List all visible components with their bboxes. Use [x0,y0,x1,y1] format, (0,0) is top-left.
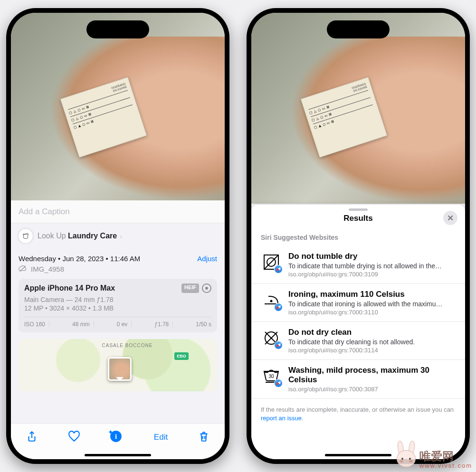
laundry-symbol-icon [261,328,282,349]
format-badge: HEIF [181,283,199,293]
laundry-care-icon [19,229,33,243]
caption-field[interactable]: Add a Caption [11,200,225,223]
result-desc: To indicate that tumble drying is not al… [288,262,456,270]
stat-shutter: 1/50 s [192,321,211,328]
target-icon [202,283,211,293]
result-title: Ironing, maximum 110 Celsius [288,290,456,299]
share-button[interactable] [26,430,38,444]
chevron-right-icon: › [120,232,122,240]
close-icon: ✕ [447,213,454,223]
phone-right: DISEÑADOEN ESPAÑ ▢△○▭⊠ ▢△○▭⊠ ▢▲○▭⊠ Resul… [247,8,470,464]
laundry-symbol-icon [261,252,282,273]
result-url: iso.org/obp/ui#iso:grs:7000:3087 [288,386,456,393]
map-area-label: CASALE BOCCONE [102,343,153,348]
close-button[interactable]: ✕ [443,211,457,225]
result-title: Washing, mild process, maximum 30 Celsiu… [288,366,456,385]
caption-placeholder: Add a Caption [19,207,70,217]
results-footer: If the results are incomplete, inaccurat… [251,399,465,438]
laundry-symbol-icon: 30 [261,366,282,387]
result-title: Do not tumble dry [288,252,456,261]
visual-look-up-row[interactable]: Look Up Laundry Care › [11,223,225,249]
safari-icon [274,341,283,349]
screen-right: DISEÑADOEN ESPAÑ ▢△○▭⊠ ▢△○▭⊠ ▢▲○▭⊠ Resul… [251,13,465,459]
map-marker: EBO [174,352,189,360]
result-title: Do not dry clean [288,328,456,337]
sheet-title: Results [343,214,372,223]
favorite-button[interactable] [68,430,80,444]
sparkle-icon: ✦ [108,428,114,436]
safari-icon [274,303,283,312]
svg-text:i: i [115,432,117,440]
trash-icon [198,430,210,443]
heart-icon [68,430,80,443]
svg-point-7 [271,301,272,302]
dynamic-island [86,20,149,38]
result-url: iso.org/obp/ui#iso:grs:7000:3114 [288,347,456,354]
stat-iso: ISO 160 [24,321,49,328]
icloud-off-icon [19,264,27,273]
delete-button[interactable] [198,430,210,444]
result-url: iso.org/obp/ui#iso:grs:7000:3110 [288,309,456,316]
toolbar: ✦ i Edit [11,423,225,459]
device-name: Apple iPhone 14 Pro Max [24,284,115,293]
map-preview[interactable]: CASALE BOCCONE EBO [19,339,217,391]
result-url: iso.org/obp/ui#iso:grs:7000:3109 [288,271,456,278]
edit-button[interactable]: Edit [154,433,168,442]
lens-line: Main Camera — 24 mm ƒ1.78 [24,296,211,303]
stat-aperture: ƒ1.78 [151,321,173,328]
photo-pin [108,357,132,381]
photo-preview[interactable]: DISEÑADOEN ESPAÑ ▢△○▭⊠ ▢△○▭⊠ ▢▲○▭⊠ [11,13,225,200]
home-indicator[interactable] [85,454,151,456]
results-sheet: Results ✕ Siri Suggested Websites Do not… [251,205,465,459]
size-line: 12 MP • 3024 × 4032 • 1.3 MB [24,304,211,312]
filename-label: IMG_4958 [31,265,64,273]
result-desc: To indicate that ironing is allowed with… [288,300,456,308]
screen-left: DISEÑADOEN ESPAÑ ▢△○▭⊠ ▢△○▭⊠ ▢▲○▭⊠ Add a… [11,13,225,459]
safari-icon [274,265,283,274]
result-item-ironing-110[interactable]: Ironing, maximum 110 Celsius To indicate… [251,284,465,322]
info-button[interactable]: ✦ i [110,430,124,444]
result-item-do-not-tumble-dry[interactable]: Do not tumble dry To indicate that tumbl… [251,246,465,284]
result-item-do-not-dry-clean[interactable]: Do not dry clean To indicate that dry cl… [251,322,465,360]
photo-datetime: Wednesday • Jun 28, 2023 • 11:46 AM [19,255,140,263]
result-desc: To indicate that dry cleaning is not all… [288,338,456,346]
metadata-section: Wednesday • Jun 28, 2023 • 11:46 AM Adju… [11,249,225,279]
photo-preview[interactable]: DISEÑADOEN ESPAÑ ▢△○▭⊠ ▢△○▭⊠ ▢▲○▭⊠ [251,13,465,204]
lookup-text: Look Up Laundry Care [38,232,117,240]
camera-details-card: Apple iPhone 14 Pro Max HEIF Main Camera… [19,279,217,332]
section-subtitle: Siri Suggested Websites [251,231,465,246]
adjust-button[interactable]: Adjust [197,255,217,263]
laundry-symbol-icon [261,290,282,311]
stat-focal: 48 mm [68,321,94,328]
stat-ev: 0 ev [113,321,132,328]
dynamic-island [327,20,390,38]
result-item-washing-30[interactable]: 30 Washing, mild process, maximum 30 Cel… [251,360,465,399]
report-issue-link[interactable]: report an issue [261,415,302,422]
svg-text:30: 30 [268,374,274,379]
share-icon [26,430,38,443]
home-indicator[interactable] [325,454,391,456]
phone-left: DISEÑADOEN ESPAÑ ▢△○▭⊠ ▢△○▭⊠ ▢▲○▭⊠ Add a… [6,8,229,464]
safari-icon [274,379,283,387]
